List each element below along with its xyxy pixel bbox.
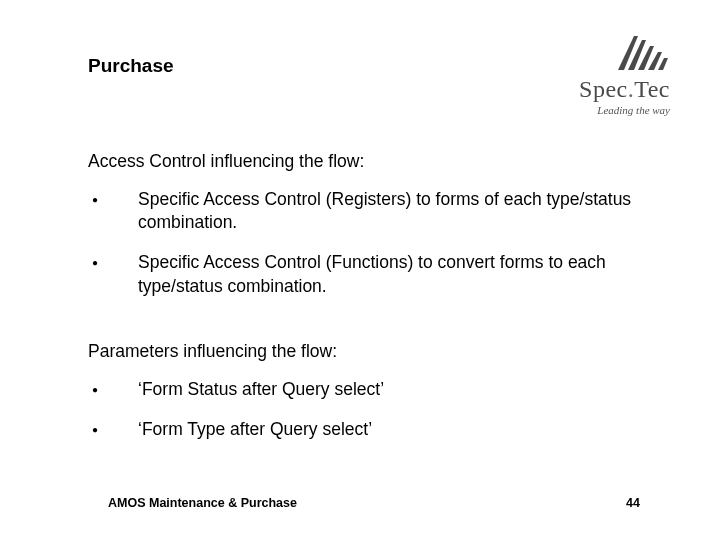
logo-tagline: Leading the way bbox=[540, 104, 670, 116]
bullet-text: ‘Form Status after Query select’ bbox=[138, 378, 660, 402]
list-item: ● ‘Form Type after Query select’ bbox=[88, 418, 660, 442]
logo-brand: Spec.Tec bbox=[540, 76, 670, 103]
list-item: ● ‘Form Status after Query select’ bbox=[88, 378, 660, 402]
logo-brand-a: Spec bbox=[579, 76, 628, 102]
bullet-icon: ● bbox=[88, 418, 138, 442]
list-item: ● Specific Access Control (Registers) to… bbox=[88, 188, 660, 235]
page-number: 44 bbox=[626, 496, 640, 510]
bullet-text: Specific Access Control (Registers) to f… bbox=[138, 188, 660, 235]
logo-mark-icon bbox=[614, 30, 670, 74]
bullet-text: Specific Access Control (Functions) to c… bbox=[138, 251, 660, 298]
logo: Spec.Tec Leading the way bbox=[540, 30, 670, 116]
list-item: ● Specific Access Control (Functions) to… bbox=[88, 251, 660, 298]
slide: Purchase Spec.Tec Leading the way Access… bbox=[0, 0, 720, 540]
bullet-icon: ● bbox=[88, 188, 138, 212]
logo-brand-b: Tec bbox=[634, 76, 670, 102]
footer-text: AMOS Maintenance & Purchase bbox=[108, 496, 297, 510]
bullet-icon: ● bbox=[88, 251, 138, 275]
section-heading: Parameters influencing the flow: bbox=[88, 340, 660, 364]
bullet-text: ‘Form Type after Query select’ bbox=[138, 418, 660, 442]
bullet-icon: ● bbox=[88, 378, 138, 402]
svg-marker-4 bbox=[658, 58, 668, 70]
content: Access Control influencing the flow: ● S… bbox=[88, 150, 660, 458]
page-title: Purchase bbox=[88, 55, 174, 77]
section-heading: Access Control influencing the flow: bbox=[88, 150, 660, 174]
